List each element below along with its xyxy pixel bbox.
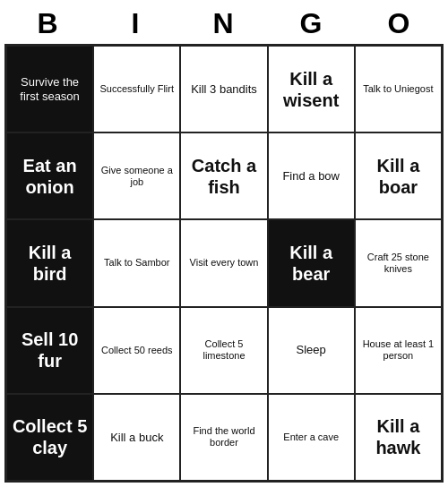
- cell-4-2: Find the world border: [180, 394, 267, 481]
- cell-2-4: Craft 25 stone knives: [355, 219, 442, 306]
- header-letter: B: [9, 7, 88, 40]
- cell-1-2: Catch a fish: [180, 132, 267, 219]
- cell-0-0: Survive the first season: [6, 46, 93, 132]
- header-letter: O: [360, 7, 439, 40]
- cell-2-0: Kill a bird: [6, 219, 93, 306]
- header-letter: G: [272, 7, 351, 40]
- cell-1-0: Eat an onion: [6, 132, 93, 219]
- cell-2-2: Visit every town: [180, 219, 267, 306]
- cell-0-2: Kill 3 bandits: [180, 46, 267, 132]
- cell-3-1: Collect 50 reeds: [93, 307, 180, 394]
- header-letter: I: [97, 7, 176, 40]
- cell-4-3: Enter a cave: [268, 394, 355, 481]
- cell-3-4: House at least 1 person: [355, 307, 442, 394]
- cell-2-1: Talk to Sambor: [93, 219, 180, 306]
- cell-0-1: Successfully Flirt: [93, 46, 180, 132]
- cell-0-4: Talk to Uniegost: [355, 46, 442, 132]
- cell-4-4: Kill a hawk: [355, 394, 442, 481]
- cell-0-3: Kill a wisent: [268, 46, 355, 132]
- cell-3-3: Sleep: [268, 307, 355, 394]
- cell-4-0: Collect 5 clay: [6, 394, 93, 481]
- header-letter: N: [185, 7, 263, 40]
- cell-3-2: Collect 5 limestone: [180, 307, 267, 394]
- bingo-grid: Survive the first seasonSuccessfully Fli…: [4, 44, 444, 483]
- bingo-header: BINGO: [4, 0, 444, 44]
- cell-1-3: Find a bow: [268, 132, 355, 219]
- cell-2-3: Kill a bear: [268, 219, 355, 306]
- cell-1-1: Give someone a job: [93, 132, 180, 219]
- cell-3-0: Sell 10 fur: [6, 307, 93, 394]
- cell-4-1: Kill a buck: [93, 394, 180, 481]
- cell-1-4: Kill a boar: [355, 132, 442, 219]
